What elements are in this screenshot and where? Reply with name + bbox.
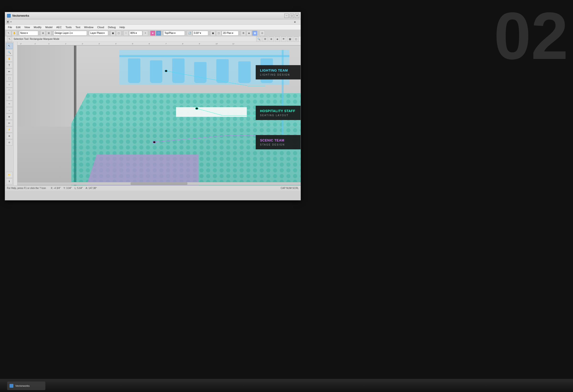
taskbar-item[interactable]: Vectorworks <box>7 381 45 390</box>
lighting-title: LIGHTING TEAM <box>260 68 296 72</box>
arc-tool[interactable]: ⌒ <box>6 88 13 94</box>
l-value: L: 5.64" <box>74 187 83 189</box>
dim-tool[interactable]: ↔ <box>6 107 13 113</box>
view-dropdown[interactable]: Top/Plan▾ <box>163 31 185 35</box>
pan-tool[interactable]: ✋ <box>12 31 17 36</box>
secondary-icon: ▼ <box>6 20 9 24</box>
display-btn[interactable]: ▩ <box>252 31 257 36</box>
label-lighting: LIGHTING TEAM LIGHTING DESIGN <box>256 65 301 79</box>
restore-button[interactable]: ◻ <box>290 14 294 18</box>
palette-btn[interactable]: ⬡ <box>156 31 161 36</box>
snap-btn[interactable]: ⊕ <box>40 31 46 36</box>
svg-text:3': 3' <box>99 43 100 45</box>
2d3d-btn-2[interactable]: ◻ <box>216 31 221 36</box>
zoom-in-btn[interactable]: + <box>143 31 148 36</box>
pan-view-tool[interactable]: ✋ <box>6 56 13 62</box>
label-scenic: SCENIC TEAM STAGE DESIGN <box>256 135 301 149</box>
layer-plane-dropdown[interactable]: Layer Plane▾ <box>89 31 108 35</box>
menu-debug[interactable]: Debug <box>106 25 117 29</box>
2d3d-btn-1[interactable]: ◼ <box>210 31 215 36</box>
constraint-btn[interactable]: ⚙ <box>262 36 268 42</box>
lighting-subtitle: LIGHTING DESIGN <box>260 73 296 76</box>
menu-file[interactable]: File <box>6 25 14 29</box>
menu-cloud[interactable]: Cloud <box>95 25 106 29</box>
flags: CAP NUM SCRL <box>281 187 299 189</box>
extra-settings[interactable]: ◻ <box>293 36 299 42</box>
render-settings-btn[interactable]: ⚙ <box>241 31 246 36</box>
obj-info-tool[interactable]: ℹ <box>6 178 13 185</box>
pointer-tool[interactable]: ↖ <box>6 31 11 36</box>
text-tool[interactable]: T <box>6 62 13 68</box>
close-button[interactable]: ✕ <box>295 14 299 18</box>
menu-modify[interactable]: Modify <box>32 25 43 29</box>
svg-text:9': 9' <box>199 43 200 45</box>
angle-dropdown[interactable]: 0.00°▾ <box>193 31 208 35</box>
color-btn[interactable]: ◈ <box>150 31 155 36</box>
power-tool[interactable]: ⚡ <box>6 126 13 133</box>
minimize-button[interactable]: ─ <box>284 14 289 18</box>
misc-btn[interactable]: ⊙ <box>260 31 265 36</box>
sep-10 <box>209 31 209 35</box>
svg-text:0: 0 <box>49 43 49 45</box>
symbol-tool[interactable]: ⊞ <box>6 114 13 120</box>
hospitality-subtitle: SEATING LAYOUT <box>260 114 296 117</box>
scenic-subtitle: STAGE DESIGN <box>260 143 296 146</box>
svg-text:11': 11' <box>232 43 234 45</box>
menu-help[interactable]: Help <box>118 25 127 29</box>
extra-btn[interactable]: ◈ <box>275 36 280 42</box>
design-layer-dropdown[interactable]: Design Layer-1▾ <box>54 31 87 35</box>
menu-window[interactable]: Window <box>82 25 95 29</box>
render-mode-dropdown[interactable]: 2D Plan▾ <box>222 31 238 35</box>
menu-model[interactable]: Model <box>43 25 54 29</box>
view-toggle-btn[interactable]: 👁 <box>281 36 286 42</box>
poly-tool[interactable]: ⬡ <box>6 94 13 101</box>
nurbs-tool[interactable]: 〜 <box>6 101 13 107</box>
special-tool[interactable]: ⊙ <box>6 139 13 146</box>
menu-tools[interactable]: Tools <box>64 25 73 29</box>
none-dropdown[interactable]: None▾ <box>19 31 38 35</box>
circle-tool[interactable]: ○ <box>6 81 13 87</box>
layer-plane-label: Layer Plane <box>90 32 103 34</box>
detail-tool[interactable]: ⊛ <box>6 133 13 139</box>
resources-tool[interactable]: 📁 <box>6 172 13 178</box>
class-btn[interactable]: ⊕ <box>269 36 274 42</box>
menu-aec[interactable]: AEC <box>54 25 64 29</box>
view-settings-btn[interactable]: ◈ <box>246 31 252 36</box>
render-btn-2[interactable]: ◻ <box>116 31 121 36</box>
cut-tool[interactable]: ✂ <box>6 120 13 126</box>
status-bar: For Help, press F1 or click the ? Icon X… <box>5 185 301 191</box>
truss-bar <box>119 55 289 57</box>
grid-btn[interactable]: ⊞ <box>46 31 51 36</box>
menu-view[interactable]: View <box>22 25 32 29</box>
horizontal-scrollbar[interactable] <box>18 182 301 185</box>
menu-edit[interactable]: Edit <box>14 25 22 29</box>
angle-btn[interactable]: 🔄 <box>187 31 192 36</box>
buffet-table <box>176 107 247 117</box>
pencil-tool[interactable]: ✏ <box>6 68 13 75</box>
rect-tool[interactable]: ⬚ <box>6 75 13 81</box>
sep-2 <box>39 31 39 35</box>
scene-viewport[interactable]: LIGHTING TEAM LIGHTING DESIGN HOSPITALIT… <box>18 46 301 185</box>
taskbar-label: Vectorworks <box>15 384 30 387</box>
sep-3 <box>52 31 53 35</box>
canvas-area[interactable]: -2' -1' 0 1' 2' 3' 4' 5' 6' 7' 8' 9' 10'… <box>14 42 301 185</box>
render-btn-1[interactable]: ◼ <box>110 31 116 36</box>
svg-text:6': 6' <box>149 43 150 45</box>
menu-text[interactable]: Text <box>73 25 82 29</box>
zoom-tool[interactable]: 🔍 <box>6 49 13 55</box>
zoom-dropdown[interactable]: 80%▾ <box>129 31 142 35</box>
zoom-out-btn[interactable]: − <box>124 31 129 36</box>
select-mode-btn[interactable]: ↖ <box>7 36 12 42</box>
taskbar: Vectorworks <box>0 379 573 392</box>
select-tool[interactable]: ↖ <box>6 43 13 49</box>
left-tool-panel: ↖ 🔍 ✋ T ✏ ⬚ ○ ⌒ ⬡ 〜 ↔ ⊞ ✂ ⚡ ⊛ ⊙ 📁 ℹ <box>5 42 14 185</box>
snap-settings-btn[interactable]: 🔍 <box>256 36 261 42</box>
render-mode-label: 2D Plan <box>223 32 232 34</box>
hospitality-title: HOSPITALITY STAFF <box>260 109 296 113</box>
fixture-6 <box>238 61 251 83</box>
scrollbar-thumb[interactable] <box>131 182 187 185</box>
palette-toggle-btn[interactable]: ▩ <box>287 36 292 42</box>
ruler-left <box>14 42 18 185</box>
sep-8 <box>162 31 162 35</box>
sec-close[interactable]: ✕ <box>294 20 296 23</box>
